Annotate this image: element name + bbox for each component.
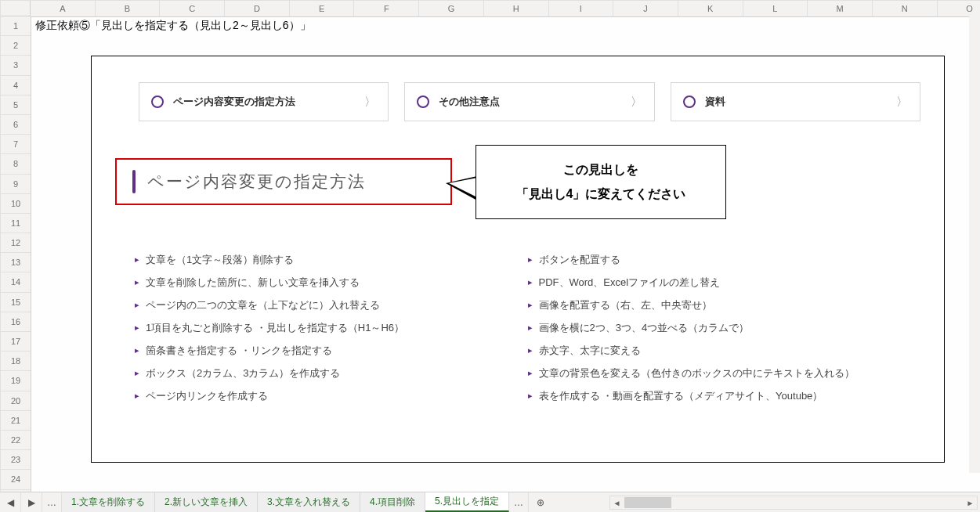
list-item[interactable]: ページ内の二つの文章を（上下などに）入れ替える [135, 294, 528, 316]
column-header-A[interactable]: A [31, 1, 96, 16]
callout-line2: 「見出し4」に変えてください [516, 182, 686, 206]
chevron-right-icon: 〉 [631, 95, 642, 110]
column-header-J[interactable]: J [613, 1, 678, 16]
row-header-12[interactable]: 12 [1, 233, 31, 253]
circle-icon [417, 96, 429, 108]
tab-nav-prev[interactable]: ◀ [0, 492, 21, 512]
row-header-13[interactable]: 13 [1, 253, 31, 272]
row-header-3[interactable]: 3 [1, 56, 31, 75]
heading-text: ページ内容変更の指定方法 [147, 171, 366, 193]
list-item[interactable]: PDF、Word、Excelファイルの差し替え [528, 271, 921, 294]
row-header-4[interactable]: 4 [1, 76, 31, 96]
row-header-18[interactable]: 18 [1, 352, 31, 371]
callout-box: この見出しを 「見出し4」に変えてください [476, 145, 726, 219]
row-header-11[interactable]: 11 [1, 214, 31, 233]
list-item[interactable]: 画像を配置する（右、左、中央寄せ） [528, 294, 921, 316]
nav-card-1[interactable]: その他注意点〉 [404, 82, 654, 121]
list-item[interactable]: ページ内リンクを作成する [135, 384, 528, 407]
nav-card-label: 資料 [705, 95, 725, 109]
sheet-tab-1[interactable]: 1.文章を削除する [62, 492, 155, 512]
list-right: ボタンを配置するPDF、Word、Excelファイルの差し替え画像を配置する（右… [528, 248, 921, 407]
add-sheet-button[interactable]: ⊕ [529, 492, 552, 512]
spreadsheet-grid[interactable]: ABCDEFGHIJKLMNO 123456789101112131415161… [0, 0, 980, 492]
row-header-6[interactable]: 6 [1, 115, 31, 135]
column-header-G[interactable]: G [419, 1, 484, 16]
heading-accent-bar [132, 170, 136, 193]
row-header-15[interactable]: 15 [1, 293, 31, 312]
hscroll-left-button[interactable]: ◄ [610, 496, 624, 509]
tab-nav-next[interactable]: ▶ [21, 492, 42, 512]
list-item[interactable]: 表を作成する ・動画を配置する（メディアサイト、Youtube） [528, 384, 921, 407]
column-header-C[interactable]: C [160, 1, 225, 16]
sheet-tab-4[interactable]: 4.項目削除 [360, 492, 425, 512]
nav-card-2[interactable]: 資料〉 [671, 82, 920, 121]
list-left: 文章を（1文字～段落）削除する文章を削除した箇所に、新しい文章を挿入するページ内… [135, 248, 528, 407]
cell-a1-text: 修正依頼⑤「見出しを指定する（見出し2～見出し6）」 [35, 19, 311, 33]
row-header-19[interactable]: 19 [1, 371, 31, 391]
row-header-7[interactable]: 7 [1, 135, 31, 154]
column-header-N[interactable]: N [873, 1, 938, 16]
tab-overflow-right[interactable]: … [509, 492, 529, 512]
list-item[interactable]: 文章を（1文字～段落）削除する [135, 248, 528, 271]
embedded-page: ページ内容変更の指定方法〉その他注意点〉資料〉 ページ内容変更の指定方法 この見… [91, 56, 945, 463]
row-headers[interactable]: 123456789101112131415161718192021222324 [1, 16, 31, 492]
row-header-16[interactable]: 16 [1, 312, 31, 332]
row-header-24[interactable]: 24 [1, 470, 31, 489]
row-header-2[interactable]: 2 [1, 36, 31, 56]
row-header-10[interactable]: 10 [1, 194, 31, 214]
column-header-H[interactable]: H [484, 1, 549, 16]
column-header-E[interactable]: E [290, 1, 355, 16]
row-header-21[interactable]: 21 [1, 411, 31, 431]
row-header-8[interactable]: 8 [1, 154, 31, 174]
list-item[interactable]: ボックス（2カラム、3カラム）を作成する [135, 362, 528, 384]
row-header-23[interactable]: 23 [1, 450, 31, 470]
list-item[interactable]: 1項目を丸ごと削除する ・見出しを指定する（H1～H6） [135, 316, 528, 339]
column-headers[interactable]: ABCDEFGHIJKLMNO [31, 1, 980, 17]
column-header-D[interactable]: D [225, 1, 290, 16]
column-header-I[interactable]: I [549, 1, 614, 16]
callout-pointer [449, 178, 477, 197]
column-header-K[interactable]: K [678, 1, 743, 16]
nav-card-label: その他注意点 [439, 95, 500, 109]
row-header-9[interactable]: 9 [1, 175, 31, 194]
tab-overflow-left[interactable]: … [42, 492, 62, 512]
sheet-tab-3[interactable]: 3.文章を入れ替える [258, 492, 360, 512]
vertical-scrollbar[interactable] [969, 16, 980, 473]
list-item[interactable]: 画像を横に2つ、3つ、4つ並べる（カラムで） [528, 316, 921, 339]
list-item[interactable]: 文章を削除した箇所に、新しい文章を挿入する [135, 271, 528, 294]
list-item[interactable]: 箇条書きを指定する ・リンクを指定する [135, 339, 528, 362]
list-item[interactable]: ボタンを配置する [528, 248, 921, 271]
hscroll-right-button[interactable]: ► [964, 496, 977, 509]
circle-icon [683, 96, 696, 108]
nav-card-0[interactable]: ページ内容変更の指定方法〉 [139, 82, 389, 121]
row-header-14[interactable]: 14 [1, 272, 31, 292]
list-item[interactable]: 文章の背景色を変える（色付きのボックスの中にテキストを入れる） [528, 362, 921, 384]
bullet-lists: 文章を（1文字～段落）削除する文章を削除した箇所に、新しい文章を挿入するページ内… [135, 248, 920, 442]
row-header-5[interactable]: 5 [1, 96, 31, 115]
row-header-17[interactable]: 17 [1, 332, 31, 352]
heading-highlight-box: ページ内容変更の指定方法 [115, 158, 452, 205]
list-item[interactable]: 赤文字、太字に変える [528, 339, 921, 362]
chevron-right-icon: 〉 [364, 95, 376, 110]
callout-line1: この見出しを [563, 158, 638, 182]
column-header-B[interactable]: B [96, 1, 161, 16]
sheet-tab-2[interactable]: 2.新しい文章を挿入 [155, 492, 258, 512]
column-header-L[interactable]: L [743, 1, 808, 16]
row-header-22[interactable]: 22 [1, 431, 31, 450]
column-header-O[interactable]: O [938, 1, 980, 16]
nav-cards: ページ内容変更の指定方法〉その他注意点〉資料〉 [139, 82, 920, 121]
select-all-corner[interactable] [1, 1, 31, 16]
column-header-M[interactable]: M [808, 1, 873, 16]
nav-card-label: ページ内容変更の指定方法 [173, 95, 295, 109]
chevron-right-icon: 〉 [896, 95, 908, 110]
row-header-1[interactable]: 1 [1, 16, 31, 36]
row-header-20[interactable]: 20 [1, 391, 31, 411]
sheet-tab-5[interactable]: 5.見出しを指定 [425, 492, 509, 512]
horizontal-scrollbar[interactable]: ◄ ► [609, 496, 978, 510]
circle-icon [151, 96, 164, 108]
column-header-F[interactable]: F [354, 1, 419, 16]
hscroll-thumb[interactable] [624, 497, 671, 508]
